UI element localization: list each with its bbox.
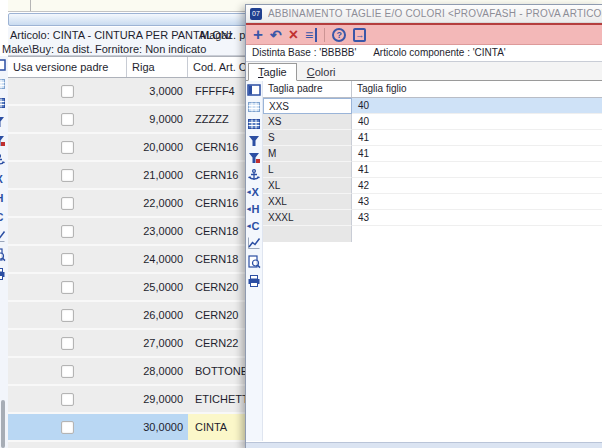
- warehouse-label: Magaz. pr: [200, 29, 249, 41]
- usa-versione-padre-checkbox[interactable]: [61, 85, 74, 98]
- usa-versione-padre-checkbox[interactable]: [61, 393, 74, 406]
- taglia-figlio-cell: 41: [352, 162, 602, 178]
- taglia-row[interactable]: 41 S: [263, 130, 602, 146]
- usa-versione-padre-checkbox[interactable]: [61, 421, 74, 434]
- grid-dark-icon[interactable]: [0, 96, 6, 110]
- screen: Articolo: CINTA - CINTURA PER PANTALONI …: [0, 0, 602, 448]
- taglia-row-selected[interactable]: 40 XXS: [263, 98, 602, 114]
- taglia-figlio-cell: 41: [352, 130, 602, 146]
- undo-button[interactable]: ↶: [270, 28, 282, 42]
- usa-versione-padre-checkbox[interactable]: [61, 337, 74, 350]
- taglia-padre-cell: XXXL: [263, 210, 352, 226]
- column-header-taglia-padre[interactable]: Taglia padre: [263, 81, 352, 97]
- chart-icon[interactable]: [0, 229, 6, 243]
- chart-icon[interactable]: [247, 236, 261, 250]
- export-excel-icon[interactable]: X: [0, 172, 6, 186]
- taglia-padre-cell: L: [263, 162, 352, 178]
- usa-versione-padre-checkbox[interactable]: [61, 281, 74, 294]
- supplier-label: Fornitore: Non indicato: [95, 43, 206, 55]
- export-excel-icon[interactable]: X: [247, 185, 262, 199]
- usa-versione-padre-checkbox[interactable]: [61, 169, 74, 182]
- taglia-padre-cell: XXL: [263, 194, 352, 210]
- dialog-info-row: Distinta Base : 'BBBBB' Articolo compone…: [246, 45, 602, 62]
- app-icon: 07: [250, 8, 262, 20]
- grid-dark-icon[interactable]: [247, 117, 261, 131]
- usa-versione-padre-checkbox[interactable]: [61, 225, 74, 238]
- taglia-figlio-cell: 43: [352, 194, 602, 210]
- riga-cell: 20,0000: [127, 134, 188, 160]
- column-header-taglia-figlio[interactable]: Taglia figlio: [352, 81, 602, 97]
- dialog-title-bar[interactable]: 07 ABBINAMENTO TAGLIE E/O COLORI <PROVAF…: [246, 5, 602, 23]
- makebuy-label: Make\Buy: da dist.: [2, 43, 93, 55]
- usa-versione-padre-checkbox[interactable]: [61, 365, 74, 378]
- riga-cell: 9,0000: [127, 106, 188, 132]
- options-filter-button[interactable]: ≡: [305, 28, 317, 42]
- taglia-row[interactable]: 42 XL: [263, 178, 602, 194]
- riga-cell: 28,0000: [127, 358, 188, 384]
- taglia-row[interactable]: 43 XXL: [263, 194, 602, 210]
- anchor-icon[interactable]: [0, 153, 6, 167]
- taglia-row[interactable]: 41 M: [263, 146, 602, 162]
- taglia-row[interactable]: 41 L: [263, 162, 602, 178]
- filter-icon[interactable]: [0, 115, 6, 129]
- print-icon[interactable]: [247, 274, 261, 288]
- taglia-figlio-cell: 42: [352, 178, 602, 194]
- taglia-row-empty: [263, 226, 602, 242]
- vertical-scrollbar-thumb[interactable]: [1, 400, 5, 448]
- usa-versione-padre-checkbox[interactable]: [61, 197, 74, 210]
- print-preview-icon[interactable]: [247, 255, 261, 269]
- column-header-riga[interactable]: Riga: [127, 57, 188, 77]
- taglia-padre-cell: XL: [263, 178, 352, 194]
- tab-taglie[interactable]: Taglie: [248, 63, 297, 81]
- usa-versione-padre-checkbox[interactable]: [61, 309, 74, 322]
- riga-cell: 26,0000: [127, 302, 188, 328]
- dialog-tab-bar: Taglie Colori: [246, 62, 602, 81]
- add-button[interactable]: +: [253, 26, 263, 43]
- riga-cell: 30,0000: [127, 414, 188, 440]
- usa-versione-padre-checkbox[interactable]: [61, 253, 74, 266]
- print-icon[interactable]: [0, 267, 6, 281]
- taglie-table-header: Taglia padre Taglia figlio: [263, 81, 602, 98]
- export-csv-icon[interactable]: C: [0, 210, 6, 224]
- tab-colori[interactable]: Colori: [297, 63, 346, 81]
- help-button[interactable]: ?: [332, 28, 346, 42]
- taglia-padre-cell: S: [263, 130, 352, 146]
- filter-alt-icon[interactable]: [0, 134, 6, 148]
- taglia-padre-cell: M: [263, 146, 352, 162]
- riga-cell: 21,0000: [127, 162, 188, 188]
- export-html-icon[interactable]: H: [0, 191, 6, 205]
- article-label: Articolo: CINTA - CINTURA PER PANTALONI: [10, 29, 232, 41]
- usa-versione-padre-checkbox[interactable]: [61, 113, 74, 126]
- taglia-row[interactable]: 43 XXXL: [263, 210, 602, 226]
- print-preview-icon[interactable]: [0, 248, 6, 262]
- taglia-row[interactable]: 40 XS: [263, 114, 602, 130]
- filter-alt-icon[interactable]: [247, 151, 261, 165]
- taglia-figlio-cell: 40: [352, 98, 602, 114]
- toolbar-separator: [324, 28, 325, 42]
- window-icon[interactable]: [247, 83, 261, 97]
- export-html-icon[interactable]: H: [247, 202, 262, 216]
- distinta-base-label: Distinta Base : 'BBBBB': [252, 47, 356, 58]
- dialog-title: ABBINAMENTO TAGLIE E/O COLORI <PROVAFASH…: [268, 8, 602, 19]
- window-icon[interactable]: [0, 58, 6, 72]
- riga-cell: 23,0000: [127, 218, 188, 244]
- taglie-table: Taglia padre Taglia figlio 40 XXS 40 XS …: [263, 81, 602, 242]
- riga-cell: 3,0000: [127, 78, 188, 104]
- background-sidebar-strip: X H C: [0, 56, 8, 448]
- dialog-bottom-strip: [246, 442, 602, 448]
- taglia-figlio-cell: 43: [352, 210, 602, 226]
- dialog-sidebar-strip: X H C: [246, 81, 263, 441]
- grid-light-icon[interactable]: [0, 77, 6, 91]
- filter-icon[interactable]: [247, 134, 261, 148]
- usa-versione-padre-checkbox[interactable]: [61, 141, 74, 154]
- riga-cell: 24,0000: [127, 246, 188, 272]
- anchor-icon[interactable]: [247, 168, 261, 182]
- taglia-figlio-cell: 40: [352, 114, 602, 130]
- column-header-usa-versione-padre[interactable]: Usa versione padre: [8, 57, 127, 77]
- taglia-figlio-cell: 41: [352, 146, 602, 162]
- grid-light-icon[interactable]: [247, 100, 261, 114]
- export-csv-icon[interactable]: C: [247, 219, 262, 233]
- delete-button[interactable]: ×: [289, 27, 298, 43]
- taglia-padre-cell: XS: [263, 114, 352, 130]
- exit-button[interactable]: →: [353, 28, 366, 42]
